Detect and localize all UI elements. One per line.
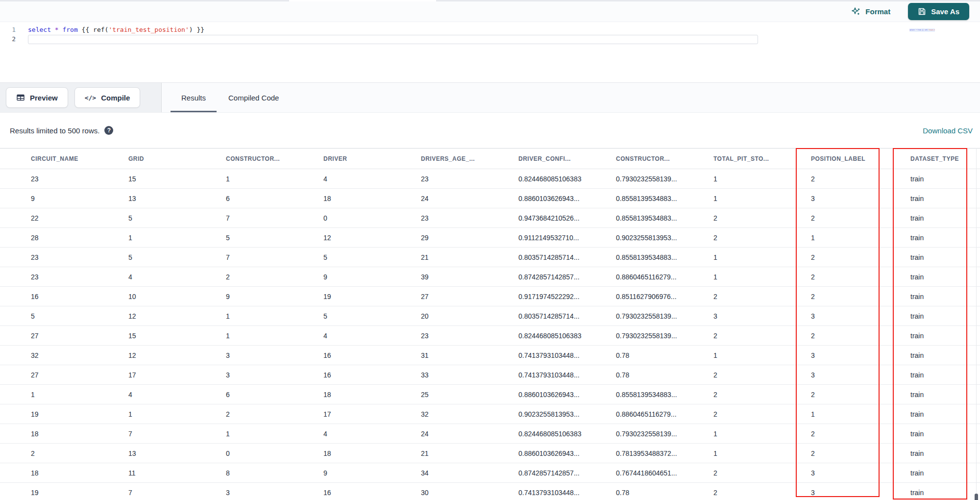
help-icon[interactable]: ? <box>104 126 113 135</box>
table-cell: 3 <box>811 351 910 359</box>
table-cell: 2 <box>811 391 910 399</box>
table-cell: 0.9023255813953... <box>616 234 713 242</box>
table-cell: 8 <box>226 469 323 477</box>
table-cell: train <box>910 351 980 359</box>
table-row: 22570230.9473684210526...0.8558139534883… <box>0 208 980 228</box>
table-cell: 0.9171974522292... <box>518 293 616 300</box>
sql-string: 'train_test_position' <box>108 26 189 33</box>
table-cell: 1 <box>713 450 811 457</box>
table-cell: 9 <box>31 195 128 202</box>
table-cell: train <box>910 293 980 300</box>
table-cell: train <box>910 371 980 379</box>
code-line-1[interactable]: select * from {{ ref('train_test_positio… <box>28 25 980 34</box>
table-row: 3212316310.7413793103448...0.7813train <box>0 346 980 365</box>
table-cell: 1 <box>128 410 226 418</box>
save-as-button[interactable]: Save As <box>908 3 969 20</box>
table-cell: 0.8860103626943... <box>518 450 616 457</box>
table-cell: 23 <box>31 175 128 183</box>
code-area[interactable]: select * from {{ ref('train_test_positio… <box>20 22 980 82</box>
table-cell: 5 <box>323 253 421 261</box>
table-cell: 33 <box>421 371 518 379</box>
table-cell: 2 <box>713 293 811 300</box>
table-cell: 19 <box>323 293 421 300</box>
table-cell: 0.7413793103448... <box>518 371 616 379</box>
table-cell: 2 <box>811 175 910 183</box>
table-cell: 18 <box>31 430 128 438</box>
table-row: 18714240.8244680851063830.7930232558139.… <box>0 424 980 444</box>
table-cell: 5 <box>226 234 323 242</box>
table-cell: 9 <box>226 293 323 300</box>
tab-compiled-code-label: Compiled Code <box>228 94 279 102</box>
results-table: CIRCUIT_NAME GRID CONSTRUCTOR... DRIVER … <box>0 148 980 500</box>
table-cell: 0.8558139534883... <box>616 253 713 261</box>
table-cell: 2 <box>811 214 910 222</box>
ide-screen: Format Save As 1 2 select * from {{ ref(… <box>0 0 980 500</box>
table-cell: 9 <box>323 273 421 281</box>
table-cell: 13 <box>128 450 226 457</box>
table-cell: 3 <box>811 489 910 497</box>
sparkles-icon <box>851 7 861 17</box>
table-cell: 0.8742857142857... <box>518 469 616 477</box>
table-cell: 1 <box>713 175 811 183</box>
table-cell: 2 <box>811 450 910 457</box>
download-csv-link[interactable]: Download CSV <box>923 126 973 135</box>
table-cell: 0.8511627906976... <box>616 293 713 300</box>
table-row: 23429390.8742857142857...0.8860465116279… <box>0 267 980 287</box>
table-cell: train <box>910 489 980 497</box>
line-number-1: 1 <box>0 25 20 34</box>
table-cell: 16 <box>323 351 421 359</box>
table-cell: 0.8558139534883... <box>616 214 713 222</box>
table-cell: 23 <box>421 214 518 222</box>
table-cell: 16 <box>323 371 421 379</box>
compile-button[interactable]: </> Compile <box>74 87 141 108</box>
column-header: CONSTRUCTOR... <box>226 155 323 162</box>
table-cell: 20 <box>421 312 518 320</box>
table-row: 197316300.7413793103448...0.7823train <box>0 483 980 500</box>
table-cell: 2 <box>811 293 910 300</box>
table-cell: 2 <box>713 391 811 399</box>
table-row: 51215200.8035714285714...0.7930232558139… <box>0 306 980 326</box>
active-file-tab[interactable] <box>289 0 436 1</box>
table-cell: 2 <box>31 450 128 457</box>
table-cell: 0.8742857142857... <box>518 273 616 281</box>
table-cell: 0.8860103626943... <box>518 391 616 399</box>
table-cell: 0.824468085106383 <box>518 430 616 438</box>
table-cell: 15 <box>128 332 226 340</box>
table-body: 231514230.8244680851063830.7930232558139… <box>0 169 980 500</box>
table-cell: 9 <box>323 469 421 477</box>
tab-compiled-code[interactable]: Compiled Code <box>218 83 290 112</box>
table-cell: 0.824468085106383 <box>518 332 616 340</box>
table-cell: 2 <box>713 469 811 477</box>
save-icon <box>918 7 926 16</box>
column-header: POSITION_LABEL <box>811 155 910 162</box>
table-header-row: CIRCUIT_NAME GRID CONSTRUCTOR... DRIVER … <box>0 148 980 169</box>
tab-results-label: Results <box>181 94 206 102</box>
code-line-2-selection[interactable] <box>28 35 758 44</box>
table-cell: 0.7930232558139... <box>616 332 713 340</box>
column-header: DRIVER_CONFI... <box>518 155 616 162</box>
table-cell: 3 <box>811 469 910 477</box>
table-cell: train <box>910 234 980 242</box>
table-cell: train <box>910 253 980 261</box>
results-info-bar: Results limited to 500 rows. ? Download … <box>0 113 980 148</box>
table-row: 14618250.8860103626943...0.8558139534883… <box>0 385 980 404</box>
table-cell: 2 <box>226 273 323 281</box>
row-limit-text: Results limited to 500 rows. <box>10 126 99 135</box>
table-preview-icon <box>16 93 25 102</box>
format-button[interactable]: Format <box>851 7 890 17</box>
code-editor[interactable]: 1 2 select * from {{ ref('train_test_pos… <box>0 22 980 82</box>
save-as-label: Save As <box>931 7 959 16</box>
table-cell: train <box>910 312 980 320</box>
scrollbar-thumb[interactable] <box>975 494 978 500</box>
preview-button[interactable]: Preview <box>6 87 68 108</box>
editor-actions: Preview </> Compile <box>0 83 162 112</box>
tab-results[interactable]: Results <box>171 83 217 112</box>
table-cell: 7 <box>128 430 226 438</box>
table-cell: 3 <box>226 351 323 359</box>
table-cell: 0.9473684210526... <box>518 214 616 222</box>
table-cell: 4 <box>323 430 421 438</box>
table-cell: 1 <box>713 351 811 359</box>
table-cell: train <box>910 273 980 281</box>
table-cell: train <box>910 450 980 457</box>
sql-keyword: select <box>28 26 51 33</box>
